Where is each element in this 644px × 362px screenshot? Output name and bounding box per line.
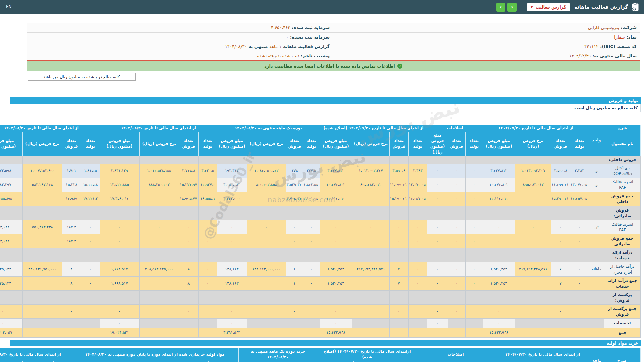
value-cell: ۱,۸۴۵,۱۳۴	[0, 277, 22, 291]
row-discounts: تخفیفات۰۰۰۰۰۰	[0, 319, 641, 328]
value-cell: ۱۷۸	[286, 164, 303, 178]
row-dop: دی اکتیل فتالات DOPتن۳,۳۸۳۳,۵۹۰.۸۱,۰۱۳,۰…	[0, 164, 641, 178]
value-cell	[139, 305, 179, 319]
value-cell: ۰	[570, 262, 589, 277]
value-cell: ۰	[483, 305, 515, 319]
publisher-status-label: وضعیت ناشر:	[301, 53, 330, 58]
value-cell: ۳,۸۳۱,۱۲۹	[100, 164, 139, 178]
table-cell	[198, 206, 217, 220]
table-cell	[427, 248, 448, 262]
row-total-export: جمع فروش صادراتی۰۰۰۰۰۰۰۰۰۰۰۰۰۰۰۰۱۸۷.۲۱۰۳…	[0, 234, 641, 248]
table-cell	[139, 291, 179, 305]
value-cell	[139, 192, 179, 206]
col-header: مقدار	[475, 361, 494, 362]
next-report-button[interactable]: ›	[507, 3, 517, 12]
value-cell: ۰	[448, 277, 465, 291]
table-cell	[303, 291, 320, 305]
value-cell: ۳,۲۴۳,۴۰۰	[217, 192, 247, 206]
value-cell: ۰	[427, 319, 448, 328]
value-cell: ۰	[389, 234, 408, 248]
production-sales-title: تولید و فروش	[609, 98, 638, 103]
value-cell	[465, 319, 483, 328]
value-cell: ۰	[427, 164, 448, 178]
value-cell: ۰	[448, 178, 465, 192]
value-cell: ۱,۰۱۳,۰۹۲,۳۴۷	[352, 164, 389, 178]
value-cell	[286, 319, 303, 328]
value-cell	[515, 234, 551, 248]
value-cell: ۱۴۸,۱۶۳	[217, 262, 247, 277]
fiscal-year-label: سال مالی منتهی به:	[592, 53, 637, 58]
value-cell: ۰	[286, 220, 303, 234]
table-cell	[286, 206, 303, 220]
section-label: فروش داخلی:	[604, 156, 641, 164]
page-title: گزارش فعالیت ماهانه	[574, 4, 628, 10]
col-header: نرخ (ریال)	[353, 361, 393, 362]
value-cell: ۰	[139, 220, 179, 234]
value-cell: ۰	[303, 277, 320, 291]
row-label: انیدرید فتالیک PAF	[604, 220, 641, 234]
row-total-domestic: جمع فروش داخلی۱۶,۴۵۷.۰۵۱۵,۲۹۰.۴۱۱۴,۱۱۴,۶…	[0, 192, 641, 206]
row-section-export: فروش صادراتی:	[0, 206, 641, 220]
value-cell: ۱,۵۲۰,۳۵۴	[320, 262, 352, 277]
value-cell: ۰	[408, 262, 427, 277]
value-cell	[247, 277, 286, 291]
col-header: تعداد فروش	[448, 132, 465, 156]
value-cell: ۱,۸۴۵,۱۳۴	[0, 262, 22, 277]
table-cell	[22, 156, 62, 164]
col-header: مبلغ (میلیون ریال)	[238, 361, 271, 362]
table-cell	[408, 206, 427, 220]
table-cell	[81, 291, 100, 305]
section-label: درآمد ارائه خدمات:	[604, 248, 641, 262]
value-cell	[515, 305, 551, 319]
report-period-field: گزارش فعالیت ماهانه ۱ ماهه منتهی به ۱۴۰۴…	[27, 42, 333, 51]
value-cell	[198, 319, 217, 328]
table-cell	[589, 206, 604, 220]
value-cell: ۸	[179, 262, 198, 277]
value-cell: ۰	[320, 220, 352, 234]
value-cell: ۸	[62, 262, 81, 277]
value-cell: ۱۰۳,۰۲۸	[0, 220, 22, 234]
value-cell: ۰	[179, 220, 198, 234]
value-cell	[352, 234, 389, 248]
clipboard-report-icon	[631, 2, 639, 12]
report-type-dropdown[interactable]: ▼ گزارش فعالیت	[527, 3, 570, 11]
top-bar-right: ‹ › ▼ گزارش فعالیت گزارش فعالیت ماهانه	[496, 0, 639, 14]
table-cell	[570, 291, 589, 305]
table-cell	[551, 248, 570, 262]
value-cell: ۳,۶۳۷,۸۱۲	[320, 164, 352, 178]
value-cell: ۳,۷۶۸.۸	[179, 164, 198, 178]
value-cell: ۱,۰۱۳,۰۹۲,۳۴۷	[515, 164, 551, 178]
prev-report-button[interactable]: ‹	[496, 3, 505, 12]
value-cell: ۳,۵۲۷.۳۶	[286, 178, 303, 192]
value-cell: ۰	[100, 220, 139, 234]
value-cell: ۰	[465, 220, 483, 234]
value-cell: ۰	[551, 305, 570, 319]
table-cell	[427, 291, 448, 305]
header-group-row: شرحواحداز ابتدای سال مالی تا تاریخ ۱۴۰۴/…	[0, 125, 641, 132]
value-cell	[465, 328, 483, 338]
value-cell: ۱۸۷.۲	[62, 234, 81, 248]
row-label: جمع درآمد ارائه خدمات	[604, 277, 641, 291]
language-toggle-en[interactable]: EN	[6, 4, 12, 9]
value-cell: ۰	[448, 192, 465, 206]
value-cell: ۵۵۰,۳۶۳,۲۴۸	[22, 220, 62, 234]
col-header: نرخ (ریال)	[147, 361, 208, 362]
value-cell	[286, 328, 303, 338]
value-cell: ۰	[448, 220, 465, 234]
table-cell	[303, 156, 320, 164]
row-label: جمع فروش داخلی	[604, 192, 641, 206]
value-cell: ۳,۳۹۱,۵۶۳	[217, 328, 247, 338]
period-group-header: مواد اولیه خریداری شده از ابتدای دوره تا…	[71, 348, 238, 361]
value-cell	[408, 305, 427, 319]
report-nav-buttons: ‹ ›	[496, 3, 517, 12]
table-cell	[483, 156, 515, 164]
table-cell	[81, 206, 100, 220]
value-cell	[247, 328, 286, 338]
company-label: شرکت:	[621, 25, 637, 30]
fiscal-year-field: سال مالی منتهی به: ۱۴۰۴/۱۲/۲۹	[333, 51, 640, 60]
col-header: مقدار	[208, 361, 238, 362]
value-cell: ۱۸۷.۲	[62, 220, 81, 234]
info-row-symbol: نماد: شفارا سرمایه ثبت نشده: ۰	[27, 33, 640, 42]
value-cell: ۱۱,۶۹۹.۶۱	[389, 178, 408, 192]
col-header: تعداد فروش	[389, 132, 408, 156]
